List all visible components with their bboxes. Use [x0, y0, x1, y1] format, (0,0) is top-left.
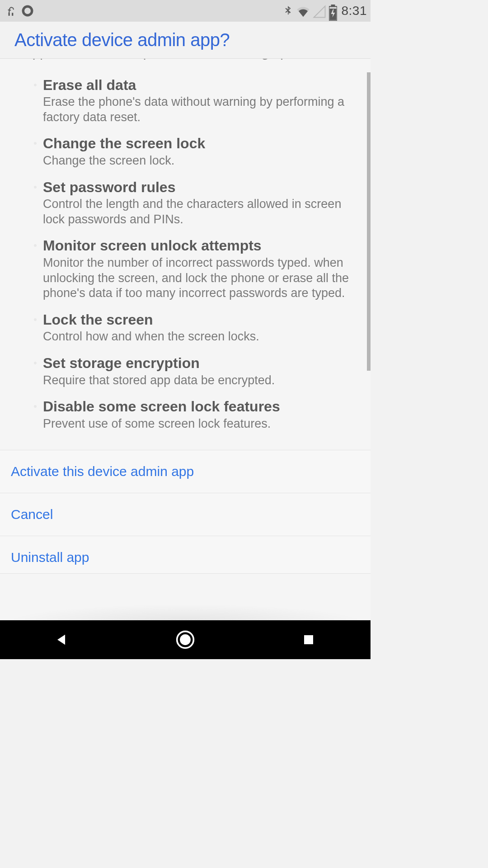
policy-title: Disable some screen lock features — [43, 398, 352, 415]
battery-charging-icon — [329, 5, 337, 17]
svg-point-7 — [180, 634, 191, 645]
circle-icon — [22, 5, 33, 17]
policy-desc: Control how and when the screen locks. — [43, 329, 352, 344]
policy-item: Erase all data Erase the phone's data wi… — [43, 76, 352, 125]
policy-title: Change the screen lock — [43, 135, 352, 152]
svg-rect-0 — [9, 13, 10, 16]
bullet-icon — [34, 84, 37, 86]
svg-point-2 — [23, 6, 32, 15]
policy-item: Set password rules Control the length an… — [43, 179, 352, 227]
recents-button[interactable] — [298, 629, 319, 650]
bullet-icon — [34, 142, 37, 145]
policy-item: Change the screen lock Change the screen… — [43, 135, 352, 168]
policy-item: Set storage encryption Require that stor… — [43, 354, 352, 388]
bullet-icon — [34, 362, 37, 364]
status-clock: 8:31 — [340, 4, 367, 18]
cellular-empty-icon — [313, 5, 326, 17]
back-button[interactable] — [52, 629, 72, 650]
bullet-icon — [34, 318, 37, 321]
bullet-icon — [34, 244, 37, 247]
policy-title: Set password rules — [43, 179, 352, 196]
policy-desc: Require that stored app data be encrypte… — [43, 373, 352, 388]
bluetooth-icon — [282, 5, 294, 17]
app-bar: Activate device admin app? — [0, 22, 371, 59]
policy-item: Lock the screen Control how and when the… — [43, 311, 352, 344]
policy-desc: Prevent use of some screen lock features… — [43, 416, 352, 432]
page-title: Activate device admin app? — [14, 30, 356, 50]
policy-title: Erase all data — [43, 76, 352, 94]
policy-desc: Control the length and the characters al… — [43, 197, 352, 227]
lead-text: app CTS Verifier to perform the followin… — [0, 59, 371, 62]
actions-section: Activate this device admin app Cancel Un… — [0, 450, 371, 574]
policy-desc: Change the screen lock. — [43, 153, 352, 169]
bottom-shadow — [0, 604, 371, 620]
policy-title: Set storage encryption — [43, 354, 352, 372]
policy-desc: Monitor the number of incorrect password… — [43, 255, 352, 301]
content-scroll[interactable]: app CTS Verifier to perform the followin… — [0, 59, 371, 620]
bullet-icon — [34, 405, 37, 408]
activate-button[interactable]: Activate this device admin app — [0, 450, 371, 493]
status-bar: 8:31 — [0, 0, 371, 22]
fi-network-icon — [5, 5, 17, 17]
policy-title: Monitor screen unlock attempts — [43, 237, 352, 254]
policy-item: Monitor screen unlock attempts Monitor t… — [43, 237, 352, 301]
scrollbar-thumb[interactable] — [367, 72, 371, 371]
svg-rect-8 — [304, 635, 313, 644]
cancel-button[interactable]: Cancel — [0, 493, 371, 536]
policy-title: Lock the screen — [43, 311, 352, 328]
bullet-icon — [34, 186, 37, 189]
policy-item: Disable some screen lock features Preven… — [43, 398, 352, 431]
navigation-bar — [0, 620, 371, 659]
svg-rect-4 — [331, 5, 335, 7]
home-button[interactable] — [175, 629, 196, 650]
policy-desc: Erase the phone's data without warning b… — [43, 94, 352, 125]
wifi-icon — [296, 5, 310, 17]
svg-rect-1 — [12, 13, 13, 16]
policy-list: Erase all data Erase the phone's data wi… — [0, 62, 371, 451]
uninstall-button[interactable]: Uninstall app — [0, 536, 371, 574]
